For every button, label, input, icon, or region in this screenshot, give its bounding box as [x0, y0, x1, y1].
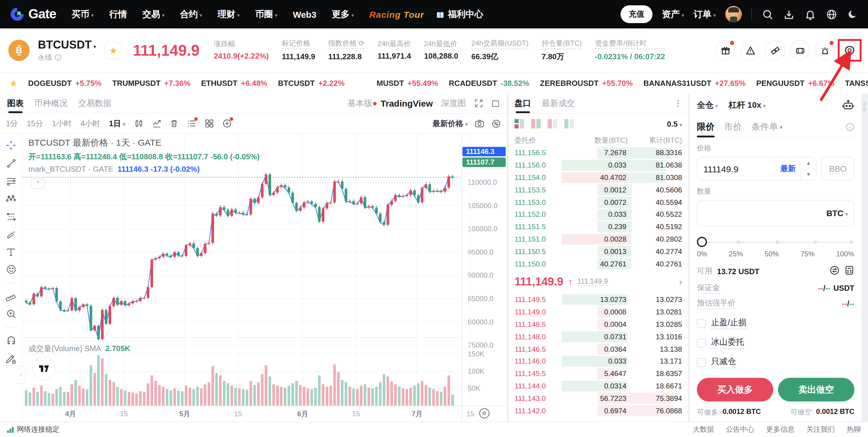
bid-row-3[interactable]: 111,148.00.073113.1016 — [508, 331, 688, 343]
buy-long-button[interactable]: 买入做多 — [697, 378, 773, 402]
hot-coin-fav-0[interactable]: DOGEUSDT+5.75% — [28, 79, 101, 88]
tab-recent-trades[interactable]: 最新成交 — [542, 94, 575, 113]
checkbox-option-1[interactable]: 冰山委托 — [697, 337, 855, 349]
interval-1d-selected[interactable]: 1日▾ — [109, 118, 126, 129]
precision-dropdown[interactable]: 0.5▾ — [667, 119, 682, 128]
fullscreen-icon[interactable] — [474, 99, 483, 108]
nav-item-1[interactable]: 行情 — [109, 8, 127, 20]
guide-compass-icon[interactable] — [765, 40, 785, 60]
tab-orderbook[interactable]: 盘口 — [515, 94, 531, 113]
ask-row-1[interactable]: 111,156.00.03381.0638 — [508, 159, 688, 172]
ask-row-6[interactable]: 111,151.50.23940.5192 — [508, 221, 688, 233]
interval-4h[interactable]: 4小时 — [81, 118, 100, 129]
ask-row-8[interactable]: 111,150.50.001340.2774 — [508, 245, 688, 258]
tab-depth-chart[interactable]: 深度图 — [441, 98, 466, 108]
footer-link-3[interactable]: 关注我们 — [806, 425, 835, 435]
settings-gear-icon[interactable] — [840, 40, 860, 60]
nav-item-0[interactable]: 买币▾ — [72, 8, 94, 20]
nav-item-5[interactable]: 币圈▾ — [255, 8, 277, 20]
delete-drawings-icon[interactable] — [170, 119, 178, 128]
order-list-icon[interactable] — [187, 119, 196, 128]
ask-row-2[interactable]: 111,154.040.470281.0308 — [508, 171, 688, 184]
ask-row-7[interactable]: 111,151.00.002840.2802 — [508, 233, 688, 245]
transfer-icon[interactable] — [830, 265, 840, 277]
crosshair-tool-icon[interactable] — [5, 140, 17, 151]
order-info-icon[interactable] — [845, 123, 855, 131]
horizontal-lines-tool-icon[interactable] — [6, 176, 16, 187]
quantity-input[interactable]: BTC▾ — [697, 200, 855, 226]
nav-item-7[interactable]: 更多▾ — [332, 8, 354, 20]
zoom-in-tool-icon[interactable] — [6, 309, 16, 319]
favorite-star-button[interactable]: ★ — [104, 41, 122, 59]
indicators-icon[interactable] — [152, 119, 161, 128]
candle-style-icon[interactable] — [134, 119, 143, 128]
bid-row-8[interactable]: 111,143.056.722375.3894 — [508, 392, 688, 405]
bid-row-4[interactable]: 111,146.50.036413.138 — [508, 343, 688, 355]
footer-link-1[interactable]: 公告中心 — [726, 425, 754, 435]
chart-canvas[interactable]: 110000.0105000.0100000.095000.090000.085… — [23, 134, 507, 422]
user-avatar[interactable] — [725, 6, 742, 23]
ask-row-5[interactable]: 111,152.00.03340.5522 — [508, 209, 688, 221]
tab-tradingview[interactable]: TradingView — [381, 98, 433, 108]
orderbook-expand-chevron[interactable]: › — [679, 277, 682, 287]
unit-selector[interactable]: BTC▾ — [826, 209, 848, 218]
interval-15m[interactable]: 15分 — [27, 118, 43, 129]
ask-row-4[interactable]: 111,153.00.007240.5594 — [508, 196, 688, 209]
panel-drag-handle[interactable]: ≡≡ — [862, 102, 866, 113]
magnet-tool-icon[interactable] — [6, 335, 16, 346]
interval-1m[interactable]: 1分 — [6, 118, 18, 129]
racing-tour-banner[interactable]: Racing Tour — [369, 9, 424, 19]
nav-item-3[interactable]: 合约▾ — [180, 8, 202, 20]
candlestick-chart[interactable]: 110000.0105000.0100000.095000.090000.085… — [23, 134, 507, 422]
language-globe-icon[interactable] — [825, 8, 837, 20]
nav-item-4[interactable]: 理财▾ — [218, 8, 240, 20]
layout-grid-icon[interactable] — [205, 119, 214, 128]
bid-row-7[interactable]: 111,144.00.031418.6671 — [508, 380, 688, 392]
nav-item-2[interactable]: 交易▾ — [143, 8, 164, 20]
hot-coin-hot-0[interactable]: MUSDT+55.49% — [377, 79, 438, 88]
bid-row-2[interactable]: 111,148.50.000413.0285 — [508, 318, 688, 331]
toolbar-collapse-chevron[interactable]: ‹ — [17, 366, 26, 384]
risk-alert-icon[interactable] — [740, 40, 760, 60]
margin-mode-dropdown[interactable]: 全仓▾ — [697, 100, 718, 111]
trendline-tool-icon[interactable] — [6, 158, 16, 169]
leverage-dropdown[interactable]: 杠杆 10x▾ — [728, 100, 766, 111]
calculator-icon[interactable] — [844, 265, 855, 277]
tab-conditional-order[interactable]: 条件单▾ — [751, 117, 782, 137]
price-step-up[interactable]: ▲ — [801, 157, 816, 169]
search-icon[interactable] — [762, 8, 773, 20]
price-input[interactable]: 111149.9 最新 ▲ ▼ — [697, 157, 816, 181]
assets-menu[interactable]: 资产▾ — [662, 8, 684, 20]
announcement-siren-icon[interactable] — [815, 40, 835, 60]
footer-link-0[interactable]: 大数据 — [693, 425, 714, 435]
ask-row-9[interactable]: 111,150.040.276140.2761 — [508, 257, 688, 270]
deposit-button[interactable]: 充值 — [621, 5, 652, 23]
bid-row-0[interactable]: 111,149.513.027313.0273 — [508, 294, 688, 306]
layout-bids-only-icon[interactable] — [564, 119, 574, 128]
info-icon[interactable] — [55, 54, 62, 61]
hot-coin-fav-2[interactable]: ETHUSDT+6.48% — [201, 79, 267, 88]
hot-coin-hot-3[interactable]: BANANAS31USDT+27.65% — [643, 79, 745, 88]
nav-item-6[interactable]: Web3 — [293, 9, 316, 19]
layout-asks-only-icon[interactable] — [548, 119, 557, 128]
fibonacci-tool-icon[interactable] — [6, 211, 16, 222]
use-latest-price-link[interactable]: 最新 — [780, 163, 801, 174]
price-mode-dropdown[interactable]: 最新价格▾ — [433, 118, 468, 129]
snapshot-camera-icon[interactable] — [475, 119, 484, 128]
hot-coin-hot-1[interactable]: RCADEUSDT-38.52% — [449, 79, 529, 88]
hot-coin-hot-4[interactable]: PENGUUSDT+6.67% — [756, 79, 834, 88]
download-app-icon[interactable] — [783, 8, 795, 20]
tutorial-video-icon[interactable] — [790, 40, 810, 60]
bid-row-6[interactable]: 111,145.55.464718.6357 — [508, 368, 688, 380]
bid-row-5[interactable]: 111,146.00.03313.171 — [508, 355, 688, 368]
nav-item-welfare[interactable]: 福利中心 — [436, 8, 484, 20]
hot-coin-hot-5[interactable]: TANSSIUSDT+31.40% — [845, 79, 868, 88]
tab-trading-data[interactable]: 交易数据 — [78, 94, 111, 113]
tab-limit-order[interactable]: 限价 — [697, 117, 715, 137]
footer-link-4[interactable]: 热聊 — [847, 425, 861, 435]
tradingview-watermark[interactable] — [32, 356, 56, 380]
tab-coin-overview[interactable]: 币种概况 — [34, 94, 67, 113]
emoji-tool-icon[interactable] — [6, 264, 16, 275]
orderbook-mid-price[interactable]: 111,149.9 ↑ 111,149.9 › — [508, 270, 688, 294]
tab-market-order[interactable]: 市价 — [724, 117, 742, 137]
